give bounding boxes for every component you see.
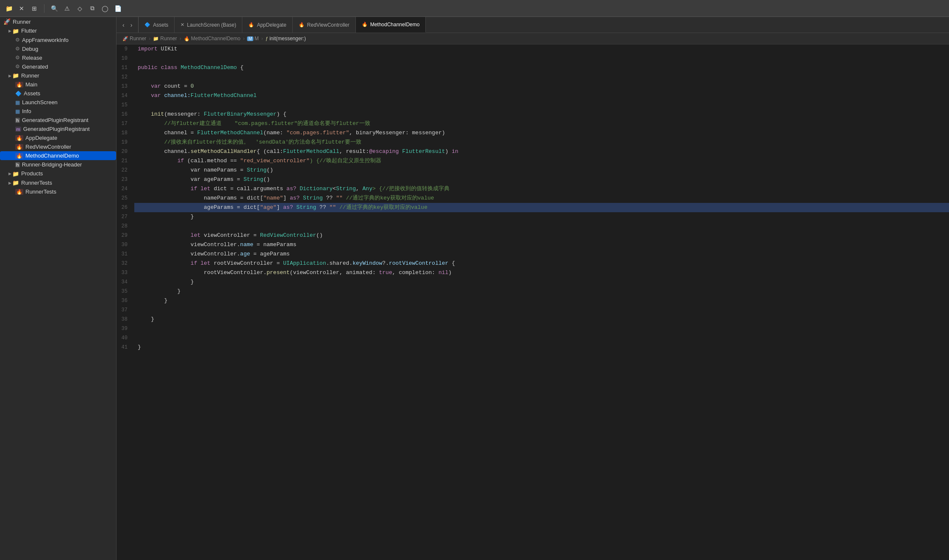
code-token: ] bbox=[283, 195, 290, 201]
sidebar-item-runnertests-group[interactable]: ▶📁RunnerTests bbox=[0, 178, 116, 188]
sidebar-item-appdelegate[interactable]: 🔥AppDelegate bbox=[0, 133, 116, 142]
code-token: if let bbox=[191, 186, 211, 192]
code-token: public bbox=[138, 64, 158, 71]
toolbar: 📁 ✕ ⊞ 🔍 ⚠ ◇ ⧉ ◯ 📄 bbox=[0, 0, 949, 17]
breadcrumb-item-3[interactable]: MM bbox=[247, 36, 258, 42]
breadcrumb-item-0[interactable]: 🚀Runner bbox=[122, 36, 146, 42]
stop-icon[interactable]: ✕ bbox=[17, 4, 26, 13]
sidebar-item-products[interactable]: ▶📁Products bbox=[0, 169, 116, 178]
tab-launchscreen[interactable]: ✕LaunchScreen (Base) bbox=[175, 17, 242, 33]
sidebar-label: AppFrameworkInfo bbox=[22, 37, 113, 43]
sidebar-item-generatedpluginregistrant-h[interactable]: hGeneratedPluginRegistrant bbox=[0, 116, 116, 125]
code-line: 22 var nameParams = String() bbox=[117, 166, 949, 175]
code-token: (name: bbox=[263, 130, 286, 136]
sidebar-label: Runner-Bridging-Header bbox=[22, 161, 113, 168]
code-line: 34 } bbox=[117, 277, 949, 287]
sidebar-label: Runner bbox=[21, 72, 113, 79]
sidebar-item-runnertests[interactable]: 🔥RunnerTests bbox=[0, 187, 116, 196]
line-number: 10 bbox=[117, 54, 134, 63]
code-editor[interactable]: 9import UIKit10 11public class MethodCha… bbox=[117, 44, 949, 560]
code-token: as? bbox=[286, 186, 296, 192]
sidebar-icon: h bbox=[15, 162, 20, 168]
line-number: 14 bbox=[117, 91, 134, 100]
code-token: (viewController, animated: bbox=[290, 269, 379, 276]
code-line: 30 viewController.name = nameParams bbox=[117, 240, 949, 250]
code-token: keyWindow bbox=[352, 260, 382, 266]
sidebar-item-release[interactable]: ⚙Release bbox=[0, 53, 116, 62]
sidebar-label: AppDelegate bbox=[25, 135, 113, 141]
breadcrumb: 🚀Runner›📁Runner›🔥MethodChannelDemo›MM›ƒi… bbox=[117, 33, 949, 44]
code-line: 9import UIKit bbox=[117, 44, 949, 54]
code-line: 16 init(messenger: FlutterBinaryMessenge… bbox=[117, 110, 949, 119]
code-token: setMethodCallHandler bbox=[191, 148, 257, 155]
code-token: } bbox=[138, 288, 180, 294]
sidebar-icon: ▶📁 bbox=[8, 180, 19, 186]
layers-icon[interactable]: ⧉ bbox=[88, 4, 97, 13]
sidebar-item-runner-bridging[interactable]: hRunner-Bridging-Header bbox=[0, 160, 116, 169]
sidebar-item-generatedpluginregistrant-m[interactable]: mGeneratedPluginRegistrant bbox=[0, 125, 116, 133]
sidebar-item-appframeworkinfo[interactable]: ⚙AppFrameworkInfo bbox=[0, 36, 116, 44]
sidebar-item-methodchanneldemo[interactable]: 🔥MethodChannelDemo bbox=[0, 151, 116, 160]
sidebar-item-main[interactable]: 🔥Main bbox=[0, 80, 116, 89]
line-number: 15 bbox=[117, 100, 134, 110]
code-token: "age" bbox=[260, 204, 277, 211]
code-token: viewController. bbox=[138, 241, 240, 248]
code-token: (messenger: bbox=[164, 111, 204, 117]
line-number: 21 bbox=[117, 156, 134, 166]
code-token: rootViewController bbox=[389, 260, 448, 266]
code-token: var bbox=[138, 83, 161, 89]
code-line: 12 bbox=[117, 72, 949, 82]
code-token: String bbox=[247, 167, 266, 173]
sidebar: 🚀Runner▶📁Flutter⚙AppFrameworkInfo⚙Debug⚙… bbox=[0, 17, 117, 560]
line-content bbox=[134, 222, 949, 231]
doc-icon[interactable]: 📄 bbox=[113, 4, 122, 13]
breadcrumb-item-1[interactable]: 📁Runner bbox=[153, 36, 177, 42]
tab-appdelegate[interactable]: 🔥AppDelegate bbox=[242, 17, 292, 33]
sidebar-item-runner-root[interactable]: 🚀Runner bbox=[0, 17, 116, 26]
sidebar-item-launchscreen[interactable]: ▦LaunchScreen bbox=[0, 98, 116, 107]
sidebar-item-redviewcontroller[interactable]: 🔥RedViewController bbox=[0, 142, 116, 151]
sidebar-icon: h bbox=[15, 117, 20, 123]
code-token: channel = bbox=[138, 130, 197, 136]
nav-back-button[interactable]: ‹ bbox=[120, 20, 127, 30]
sidebar-icon: ▶📁 bbox=[8, 170, 19, 177]
code-token: "com.pages.flutter" bbox=[286, 130, 349, 136]
sidebar-item-flutter[interactable]: ▶📁Flutter bbox=[0, 26, 116, 36]
nav-forward-button[interactable]: › bbox=[128, 20, 135, 30]
sidebar-icon: 🔥 bbox=[15, 144, 23, 150]
code-token: @escaping bbox=[369, 148, 399, 155]
tab-assets[interactable]: 🔷Assets bbox=[139, 17, 175, 33]
code-token: "" bbox=[330, 204, 336, 211]
sidebar-item-assets[interactable]: 🔷Assets bbox=[0, 89, 116, 98]
line-number: 41 bbox=[117, 343, 134, 352]
line-number: 39 bbox=[117, 324, 134, 333]
tab-redviewcontroller[interactable]: 🔥RedViewController bbox=[293, 17, 356, 33]
sidebar-item-debug[interactable]: ⚙Debug bbox=[0, 44, 116, 53]
line-content: init(messenger: FlutterBinaryMessenger) … bbox=[134, 110, 949, 119]
sidebar-item-info[interactable]: ▦Info bbox=[0, 107, 116, 116]
code-token: var nameParams = bbox=[138, 167, 247, 173]
warning-icon[interactable]: ⚠ bbox=[62, 4, 72, 13]
code-token: { bbox=[448, 260, 455, 266]
line-number: 35 bbox=[117, 287, 134, 296]
breadcrumb-item-2[interactable]: 🔥MethodChannelDemo bbox=[184, 36, 241, 42]
code-token: () bbox=[266, 167, 273, 173]
code-line: 25 nameParams = dict["name"] as? String … bbox=[117, 194, 949, 203]
code-token: ) bbox=[448, 269, 452, 276]
folder-icon[interactable]: 📁 bbox=[4, 4, 14, 13]
code-token: , binaryMessenger: messenger) bbox=[349, 130, 445, 136]
tab-methodchanneldemo[interactable]: 🔥MethodChannelDemo bbox=[356, 17, 426, 33]
code-line: 37 bbox=[117, 305, 949, 315]
sidebar-item-generated[interactable]: ⚙Generated bbox=[0, 62, 116, 71]
diamond-icon[interactable]: ◇ bbox=[75, 4, 84, 13]
code-token: ?? bbox=[323, 195, 336, 201]
code-token: if let bbox=[191, 260, 211, 266]
sidebar-item-runner[interactable]: ▶📁Runner bbox=[0, 71, 116, 80]
sidebar-icon: 🔥 bbox=[15, 189, 23, 195]
code-token: , completion: bbox=[392, 269, 438, 276]
sidebar-icon: 🔷 bbox=[15, 91, 22, 97]
search-icon[interactable]: 🔍 bbox=[50, 4, 59, 13]
code-line: 39 bbox=[117, 324, 949, 333]
grid-icon[interactable]: ⊞ bbox=[30, 4, 39, 13]
tag-icon[interactable]: ◯ bbox=[100, 4, 110, 13]
